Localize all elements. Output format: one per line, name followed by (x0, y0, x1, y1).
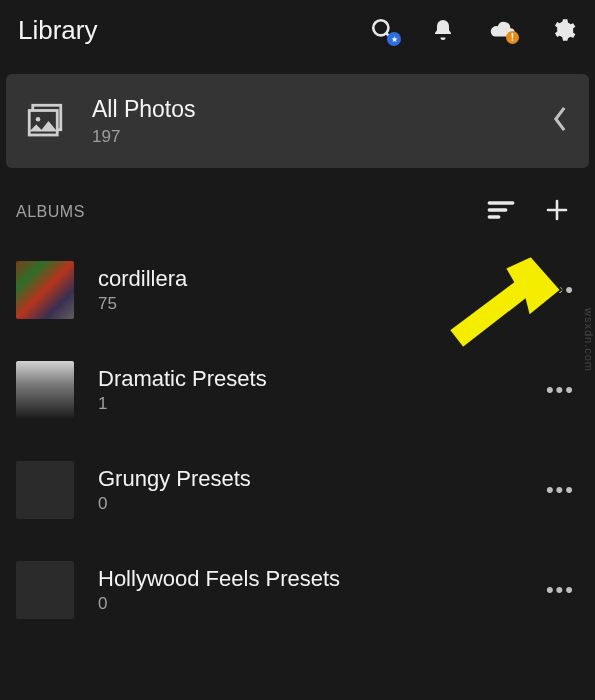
albums-actions (487, 198, 569, 226)
more-icon[interactable]: ••• (546, 477, 575, 503)
album-name: Dramatic Presets (98, 366, 522, 392)
album-name: Hollywood Feels Presets (98, 566, 522, 592)
album-meta: cordillera75 (98, 266, 522, 314)
cloud-sync-icon[interactable]: ! (489, 16, 517, 44)
svg-point-4 (36, 117, 41, 122)
all-photos-icon (20, 96, 70, 146)
album-row[interactable]: Grungy Presets0••• (0, 440, 595, 540)
album-meta: Grungy Presets0 (98, 466, 522, 514)
album-count: 0 (98, 594, 522, 614)
add-album-icon[interactable] (545, 198, 569, 226)
more-icon[interactable]: ••• (546, 377, 575, 403)
settings-icon[interactable] (549, 16, 577, 44)
more-icon[interactable]: ••• (546, 277, 575, 303)
album-count: 0 (98, 494, 522, 514)
page-title: Library (18, 15, 97, 46)
all-photos-count: 197 (92, 127, 529, 147)
album-row[interactable]: cordillera75••• (0, 240, 595, 340)
svg-point-0 (373, 20, 388, 35)
search-badge-icon (387, 32, 401, 46)
album-list: cordillera75•••Dramatic Presets1•••Grung… (0, 234, 595, 640)
album-row[interactable]: Hollywood Feels Presets0••• (0, 540, 595, 640)
album-thumb (16, 461, 74, 519)
all-photos-title: All Photos (92, 96, 529, 123)
album-row[interactable]: Dramatic Presets1••• (0, 340, 595, 440)
album-name: cordillera (98, 266, 522, 292)
sort-icon[interactable] (487, 199, 515, 225)
chevron-left-icon[interactable] (551, 105, 569, 137)
more-icon[interactable]: ••• (546, 577, 575, 603)
cloud-warning-badge-icon: ! (506, 31, 519, 44)
header: Library ! (0, 0, 595, 64)
album-name: Grungy Presets (98, 466, 522, 492)
all-photos-meta: All Photos 197 (92, 96, 529, 147)
album-count: 75 (98, 294, 522, 314)
album-thumb (16, 261, 74, 319)
album-meta: Dramatic Presets1 (98, 366, 522, 414)
album-count: 1 (98, 394, 522, 414)
albums-label: ALBUMS (16, 203, 85, 221)
search-icon[interactable] (369, 16, 397, 44)
album-thumb (16, 561, 74, 619)
album-thumb (16, 361, 74, 419)
header-actions: ! (369, 16, 577, 44)
album-meta: Hollywood Feels Presets0 (98, 566, 522, 614)
watermark: wsxdn.com (583, 308, 595, 372)
albums-section-header: ALBUMS (0, 168, 595, 234)
all-photos-card[interactable]: All Photos 197 (6, 74, 589, 168)
notifications-icon[interactable] (429, 16, 457, 44)
